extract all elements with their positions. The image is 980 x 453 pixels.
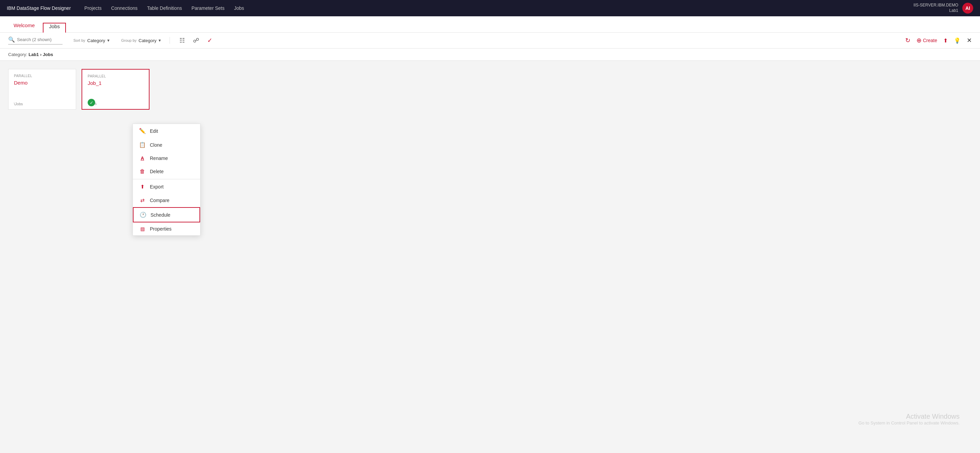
tab-jobs[interactable]: Jobs xyxy=(43,23,66,33)
ctx-properties-label: Properties xyxy=(150,226,172,231)
ctx-compare[interactable]: ⇄ Compare xyxy=(133,193,200,207)
ctx-clone-label: Clone xyxy=(150,142,162,148)
ctx-schedule-label: Schedule xyxy=(151,212,170,218)
ctx-clone[interactable]: 📋 Clone xyxy=(133,138,200,152)
ctx-divider-1 xyxy=(133,179,200,179)
top-navigation: IBM DataStage Flow Designer Projects Con… xyxy=(0,0,980,16)
card-demo-name: Demo xyxy=(14,80,70,86)
card-job1-name: Job_1 xyxy=(88,80,143,86)
card-job1-status-icon: ✓ xyxy=(88,99,95,106)
nav-table-definitions[interactable]: Table Definitions xyxy=(147,4,182,12)
ctx-edit[interactable]: ✏️ Edit xyxy=(133,124,200,138)
tab-welcome[interactable]: Welcome xyxy=(8,22,40,32)
ctx-delete[interactable]: 🗑 Delete xyxy=(133,165,200,178)
ctx-properties[interactable]: ▨ Properties xyxy=(133,222,200,235)
edit-icon: ✏️ xyxy=(139,128,146,134)
card-job1-type: PARALLEL xyxy=(88,74,143,78)
schedule-icon: 🕐 xyxy=(140,212,146,218)
close-icon[interactable]: ✕ xyxy=(967,37,972,44)
breadcrumb: Category: Lab1 › Jobs xyxy=(0,49,980,61)
card-demo-type: PARALLEL xyxy=(14,74,70,78)
export-icon: ⬆ xyxy=(139,184,146,190)
properties-icon: ▨ xyxy=(139,226,146,231)
ctx-schedule[interactable]: 🕐 Schedule xyxy=(133,207,200,222)
compare-icon: ⇄ xyxy=(139,197,146,203)
activate-watermark: Activate Windows Go to System in Control… xyxy=(858,413,959,426)
server-info: IIS-SERVER.IBM.DEMO Lab1 xyxy=(913,3,958,13)
ctx-export-label: Export xyxy=(150,184,164,190)
search-input[interactable] xyxy=(17,37,61,42)
nav-projects[interactable]: Projects xyxy=(84,4,102,12)
nav-connections[interactable]: Connections xyxy=(111,4,138,12)
toolbar: 🔍 Sort by Category ▼ Group by Category ▼… xyxy=(0,33,980,49)
clone-icon: 📋 xyxy=(139,142,146,148)
tabs-row: Welcome Jobs xyxy=(0,16,980,33)
sort-group: Sort by Category ▼ xyxy=(73,38,110,43)
sort-by-select[interactable]: Category ▼ xyxy=(88,38,110,43)
list-view-icon[interactable]: ☷ xyxy=(178,36,186,45)
ctx-edit-label: Edit xyxy=(150,128,158,134)
refresh-icon[interactable]: ↻ xyxy=(905,37,910,44)
card-demo[interactable]: PARALLEL Demo \Jobs xyxy=(8,69,76,110)
ctx-export[interactable]: ⬆ Export xyxy=(133,180,200,193)
group-by-label: Group by xyxy=(121,38,137,43)
create-plus-icon: ⊕ xyxy=(916,37,921,44)
ctx-delete-label: Delete xyxy=(150,169,164,174)
ctx-compare-label: Compare xyxy=(150,198,170,203)
toolbar-divider-1 xyxy=(170,37,170,44)
card-demo-path: \Jobs xyxy=(14,102,23,106)
nav-parameter-sets[interactable]: Parameter Sets xyxy=(191,4,224,12)
bookmark-icon[interactable]: ☍ xyxy=(192,36,200,45)
main-content: PARALLEL Demo \Jobs PARALLEL Job_1 \Jobs… xyxy=(0,61,980,446)
app-brand: IBM DataStage Flow Designer xyxy=(7,5,71,11)
nav-links: Projects Connections Table Definitions P… xyxy=(84,4,902,12)
sort-chevron-icon: ▼ xyxy=(107,38,110,43)
create-button[interactable]: ⊕ Create xyxy=(916,37,937,44)
check-icon[interactable]: ✓ xyxy=(206,36,214,45)
nav-jobs[interactable]: Jobs xyxy=(234,4,244,12)
export-icon[interactable]: ⬆ xyxy=(943,37,948,44)
group-chevron-icon: ▼ xyxy=(158,38,162,43)
ctx-rename-label: Rename xyxy=(150,155,168,161)
tip-icon[interactable]: 💡 xyxy=(954,37,961,44)
group-group: Group by Category ▼ xyxy=(121,38,162,43)
rename-icon: A xyxy=(139,155,146,161)
context-menu: ✏️ Edit 📋 Clone A Rename 🗑 Delete ⬆ Expo… xyxy=(132,124,200,236)
search-box[interactable]: 🔍 xyxy=(8,36,62,44)
topnav-right: IIS-SERVER.IBM.DEMO Lab1 AI xyxy=(913,3,973,14)
group-by-select[interactable]: Category ▼ xyxy=(138,38,162,43)
sort-by-label: Sort by xyxy=(73,38,85,43)
ctx-rename[interactable]: A Rename xyxy=(133,152,200,165)
card-job1[interactable]: PARALLEL Job_1 \Jobs ✓ xyxy=(81,69,150,110)
search-icon: 🔍 xyxy=(8,36,15,43)
delete-icon: 🗑 xyxy=(139,168,146,174)
user-avatar[interactable]: AI xyxy=(963,3,973,14)
toolbar-right: ↻ ⊕ Create ⬆ 💡 ✕ xyxy=(905,37,972,44)
cards-row: PARALLEL Demo \Jobs PARALLEL Job_1 \Jobs… xyxy=(8,69,972,110)
